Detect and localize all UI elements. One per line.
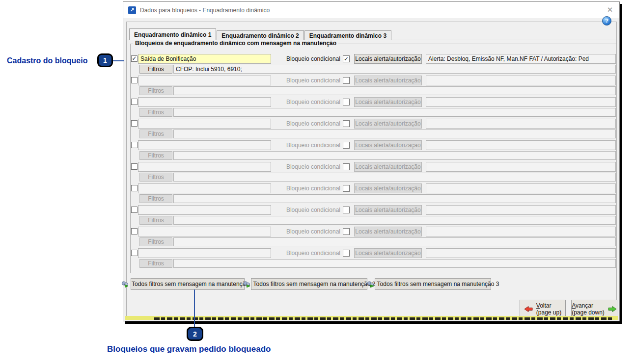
- locais-alerta-autorizacao-button: Locais alerta/autorização: [354, 205, 422, 215]
- block-name-field[interactable]: [138, 227, 271, 236]
- title-bar: ↗ Dados para bloqueios - Enquadramento d…: [123, 2, 619, 18]
- block-name-field[interactable]: [138, 162, 271, 172]
- block-name-field[interactable]: [138, 183, 271, 193]
- alerta-autorizacao-field[interactable]: [426, 162, 616, 172]
- locais-alerta-autorizacao-button: Locais alerta/autorização: [354, 227, 422, 236]
- annotation-1-badge: 1: [97, 53, 113, 67]
- back-arrow-icon: [524, 306, 533, 312]
- close-icon[interactable]: ✕: [606, 5, 614, 14]
- tab-bar: Enquadramento dinâmico 1 Enquadramento d…: [129, 29, 392, 40]
- tab-enquadramento-1[interactable]: Enquadramento dinâmico 1: [129, 28, 216, 40]
- locais-alerta-autorizacao-button: Locais alerta/autorização: [354, 97, 422, 107]
- filtros-summary-field[interactable]: [173, 194, 616, 203]
- alerta-autorizacao-field[interactable]: Alerta: Desbloq, Emissão NF, Man.NF FAT …: [426, 54, 616, 64]
- bloqueio-condicional-checkbox[interactable]: [343, 228, 350, 235]
- alerta-autorizacao-field[interactable]: [426, 248, 616, 258]
- locais-alerta-autorizacao-button: Locais alerta/autorização: [354, 162, 422, 172]
- filtros-button: Filtros: [139, 237, 172, 246]
- bloqueio-condicional-checkbox[interactable]: [343, 207, 350, 213]
- tab-enquadramento-3[interactable]: Enquadramento dinâmico 3: [304, 30, 391, 40]
- alerta-autorizacao-field[interactable]: [426, 140, 616, 150]
- filtros-button: Filtros: [139, 151, 172, 160]
- locais-alerta-autorizacao-button[interactable]: Locais alerta/autorização: [354, 54, 422, 64]
- todos-filtros-button-1[interactable]: Todos filtros sem mensagem na manutenção…: [131, 278, 245, 290]
- block-name-field[interactable]: [138, 76, 271, 85]
- todos-filtros-button-label: Todos filtros sem mensagem na manutenção…: [377, 281, 499, 287]
- row-enable-checkbox[interactable]: [131, 142, 138, 148]
- row-enable-checkbox[interactable]: [131, 163, 138, 170]
- bloqueio-condicional-label: Bloqueio condicional: [285, 207, 340, 213]
- todos-filtros-button-2[interactable]: Todos filtros sem mensagem na manutenção…: [251, 278, 367, 290]
- block-name-field[interactable]: Saída de Bonificação: [138, 54, 271, 64]
- alerta-autorizacao-field[interactable]: [426, 183, 616, 193]
- row-enable-checkbox[interactable]: [131, 207, 138, 213]
- row-enable-checkbox[interactable]: [131, 228, 138, 234]
- voltar-sub: (page up): [536, 309, 561, 316]
- bloqueio-condicional-label: Bloqueio condicional: [285, 228, 340, 235]
- locais-alerta-autorizacao-button: Locais alerta/autorização: [354, 248, 422, 258]
- annotation-2-badge: 2: [187, 327, 203, 341]
- bloqueio-condicional-label: Bloqueio condicional: [285, 120, 340, 127]
- locais-alerta-autorizacao-button: Locais alerta/autorização: [354, 76, 422, 85]
- dialog-window: ↗ Dados para bloqueios - Enquadramento d…: [123, 1, 620, 321]
- row-enable-checkbox[interactable]: [131, 185, 138, 191]
- bloqueio-condicional-label: Bloqueio condicional: [285, 77, 340, 84]
- tab-enquadramento-2[interactable]: Enquadramento dinâmico 2: [217, 30, 304, 40]
- filtros-button: Filtros: [139, 216, 172, 225]
- avancar-sub: (page down): [572, 309, 605, 316]
- bloqueio-condicional-checkbox[interactable]: ✓: [343, 55, 350, 62]
- annotation-bloqueios-label: Bloqueios que gravam pedido bloqueado: [107, 344, 271, 354]
- app-icon: ↗: [128, 6, 136, 14]
- bloqueio-condicional-label: Bloqueio condicional: [285, 163, 340, 170]
- page: { "window": { "title": "Dados para bloqu…: [0, 0, 635, 364]
- filtros-summary-field[interactable]: [173, 237, 616, 246]
- row-enable-checkbox[interactable]: [131, 99, 138, 105]
- filtros-button: Filtros: [139, 259, 172, 268]
- block-name-field[interactable]: [138, 97, 271, 107]
- block-name-field[interactable]: [138, 205, 271, 215]
- filtros-summary-field[interactable]: [173, 108, 616, 117]
- filtros-button[interactable]: Filtros: [139, 65, 172, 74]
- row-enable-checkbox[interactable]: [131, 77, 138, 83]
- annotation-cadastro-label: Cadastro do bloqueio: [7, 56, 87, 65]
- forward-arrow-icon: [608, 306, 617, 312]
- bloqueio-condicional-checkbox[interactable]: [343, 99, 350, 105]
- block-name-field[interactable]: [138, 140, 271, 150]
- block-name-field[interactable]: [138, 248, 271, 258]
- alerta-autorizacao-field[interactable]: [426, 76, 616, 85]
- filtros-summary-field[interactable]: [173, 173, 616, 182]
- alerta-autorizacao-field[interactable]: [426, 97, 616, 107]
- bloqueio-condicional-checkbox[interactable]: [343, 250, 350, 257]
- gears-run-icon: [243, 281, 251, 288]
- row-enable-checkbox[interactable]: [131, 250, 138, 256]
- bloqueio-condicional-checkbox[interactable]: [343, 120, 350, 127]
- row-enable-checkbox[interactable]: ✓: [131, 55, 138, 62]
- alerta-autorizacao-field[interactable]: [426, 119, 616, 129]
- filtros-summary-field[interactable]: [173, 259, 616, 268]
- bloqueio-condicional-checkbox[interactable]: [343, 185, 350, 192]
- bloqueio-condicional-checkbox[interactable]: [343, 77, 350, 84]
- bloqueio-condicional-checkbox[interactable]: [343, 142, 350, 149]
- todos-filtros-button-3[interactable]: Todos filtros sem mensagem na manutenção…: [375, 278, 491, 290]
- bloqueio-condicional-label: Bloqueio condicional: [285, 185, 340, 192]
- filtros-button: Filtros: [139, 194, 172, 203]
- alerta-autorizacao-field[interactable]: [426, 205, 616, 215]
- help-icon[interactable]: ?: [602, 16, 611, 26]
- alerta-autorizacao-field[interactable]: [426, 227, 616, 236]
- filtros-button: Filtros: [139, 130, 172, 138]
- row-enable-checkbox[interactable]: [131, 120, 138, 127]
- filtros-button: Filtros: [139, 173, 172, 182]
- filtros-summary-field[interactable]: [173, 130, 616, 138]
- window-title: Dados para bloqueios - Enquadramento din…: [140, 7, 270, 14]
- annotation-2-connector-line: [194, 289, 195, 327]
- filtros-summary-field[interactable]: [173, 216, 616, 225]
- bloqueio-condicional-checkbox[interactable]: [343, 163, 350, 170]
- gears-run-icon: [121, 281, 129, 288]
- block-name-field[interactable]: [138, 119, 271, 129]
- annotation-1-connector-line: [112, 60, 124, 61]
- filtros-summary-field[interactable]: CFOP: Inclui 5910, 6910;: [173, 65, 616, 74]
- filtros-summary-field[interactable]: [173, 151, 616, 160]
- avancar-accel: A: [572, 302, 576, 309]
- locais-alerta-autorizacao-button: Locais alerta/autorização: [354, 140, 422, 150]
- filtros-summary-field[interactable]: [173, 86, 616, 95]
